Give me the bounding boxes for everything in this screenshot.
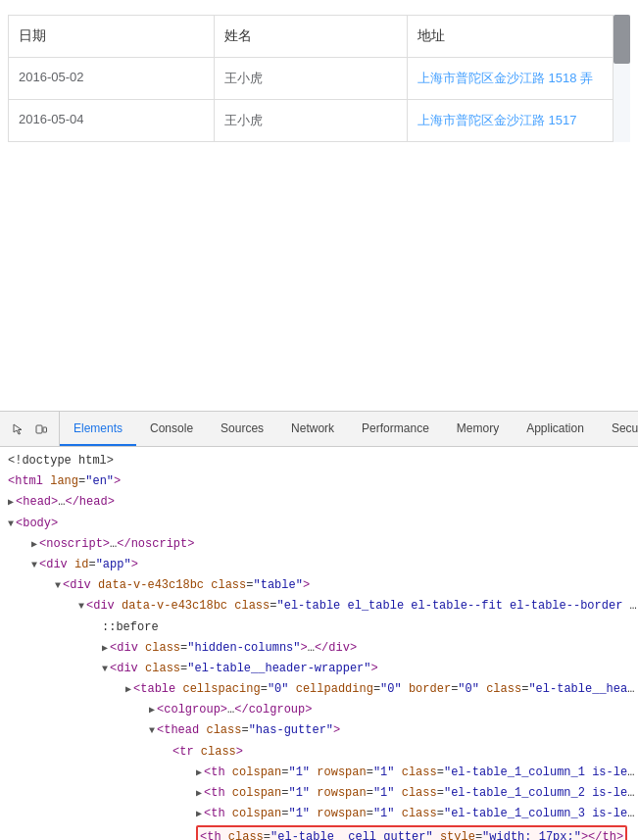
tab-memory[interactable]: Memory — [443, 412, 513, 446]
header-address: 地址 — [407, 16, 613, 58]
cell-address-1: 上海市普陀区金沙江路 1518 弄 — [407, 58, 613, 100]
svg-rect-0 — [36, 425, 42, 433]
dom-line[interactable]: ▶<div class="hidden-columns">…</div> — [0, 638, 638, 659]
dom-line[interactable]: ▼<thead class="has-gutter"> — [0, 720, 638, 741]
cell-date-1: 2016-05-02 — [9, 58, 215, 100]
devtools-panel: Elements Console Sources Network Perform… — [0, 412, 638, 840]
cell-name-2: 王小虎 — [215, 100, 408, 142]
header-name: 姓名 — [215, 16, 408, 58]
dom-line[interactable]: ▶<th colspan="1" rowspan="1" class="el-t… — [0, 763, 638, 783]
dom-line[interactable]: ▼<body> — [0, 514, 638, 534]
dom-line[interactable]: ▶<colgroup>…</colgroup> — [0, 700, 638, 720]
cell-address-2: 上海市普陀区金沙江路 1517 — [407, 100, 613, 142]
dom-line[interactable]: ▶<table cellspacing="0" cellpadding="0" … — [0, 679, 638, 700]
tab-application[interactable]: Application — [513, 412, 598, 446]
devtools-toolbar: Elements Console Sources Network Perform… — [0, 412, 638, 447]
tab-security[interactable]: Security — [598, 412, 638, 446]
table-row: 2016-05-04 王小虎 上海市普陀区金沙江路 1517 — [9, 100, 613, 142]
preview-area: 日期 姓名 地址 2016-05-02 王小虎 上海市普陀区金沙江路 1518 … — [0, 0, 638, 412]
dom-line[interactable]: ▼<div id="app"> — [0, 555, 638, 575]
cell-name-1: 王小虎 — [215, 58, 408, 100]
tab-network[interactable]: Network — [277, 412, 348, 446]
dom-line[interactable]: <tr class> — [0, 742, 638, 763]
svg-rect-1 — [43, 427, 47, 432]
cell-date-2: 2016-05-04 — [9, 100, 215, 142]
dom-line[interactable]: ▶<th colspan="1" rowspan="1" class="el-t… — [0, 783, 638, 804]
devtools-tabs: Elements Console Sources Network Perform… — [60, 412, 638, 446]
devtools-icons — [0, 412, 60, 446]
tab-sources[interactable]: Sources — [207, 412, 277, 446]
dom-line[interactable]: <html lang="en"> — [0, 471, 638, 492]
dom-line[interactable]: <!doctype html> — [0, 451, 638, 471]
table-row: 2016-05-02 王小虎 上海市普陀区金沙江路 1518 弄 — [9, 58, 613, 100]
dom-tree: <!doctype html> <html lang="en"> ▶<head>… — [0, 447, 638, 840]
dom-line[interactable]: ::before — [0, 618, 638, 638]
dom-line-selected[interactable]: <th class="el-table__cell gutter" style=… — [94, 824, 638, 840]
tab-console[interactable]: Console — [136, 412, 207, 446]
dom-line[interactable]: ▼<div data-v-e43c18bc class="table"> — [0, 575, 638, 596]
data-table: 日期 姓名 地址 2016-05-02 王小虎 上海市普陀区金沙江路 1518 … — [8, 15, 613, 142]
dom-line[interactable]: ▶<th colspan="1" rowspan="1" class="el-t… — [0, 804, 638, 824]
tab-performance[interactable]: Performance — [348, 412, 443, 446]
header-date: 日期 — [9, 16, 215, 58]
tab-elements[interactable]: Elements — [60, 412, 136, 446]
device-icon[interactable] — [31, 420, 51, 439]
dom-line[interactable]: ▶<head>…</head> — [0, 492, 638, 513]
dom-line[interactable]: ▼<div data-v-e43c18bc class="el-table el… — [0, 596, 638, 617]
dom-line[interactable]: ▶<noscript>…</noscript> — [0, 534, 638, 555]
inspect-icon[interactable] — [8, 420, 27, 439]
dom-line[interactable]: ▼<div class="el-table__header-wrapper"> — [0, 659, 638, 679]
